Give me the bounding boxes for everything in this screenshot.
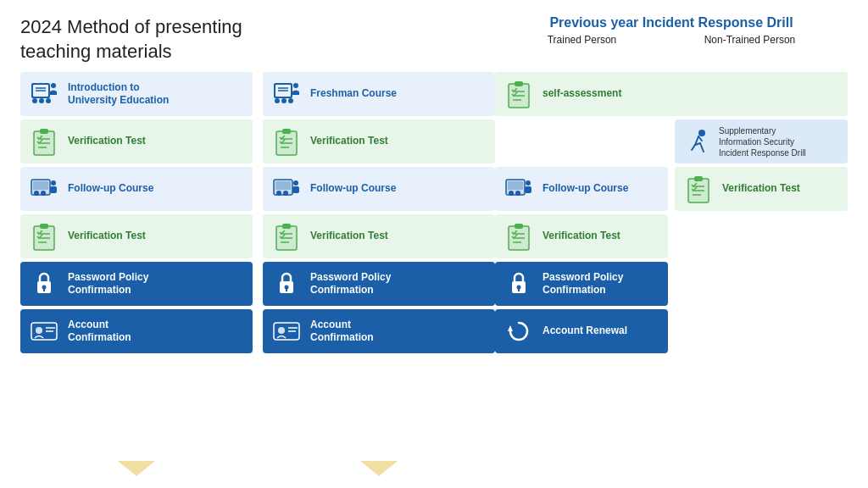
svg-point-5 <box>39 98 44 103</box>
content-area: Introduction toUniversity Education <box>20 72 848 456</box>
svg-point-65 <box>278 327 285 334</box>
non-trained-label: Non-Trained Person <box>704 34 796 46</box>
trained-label: Trained Person <box>548 34 617 46</box>
supplementary-label: SupplementaryInformation SecurityInciden… <box>719 125 806 158</box>
svg-point-28 <box>42 286 47 290</box>
svg-point-39 <box>281 98 287 103</box>
account-confirm-1-label: AccountConfirmation <box>68 319 131 345</box>
verif-test-2-card: Verification Test <box>20 214 253 258</box>
right-subtitles: Trained Person Non-Trained Person <box>495 34 848 46</box>
svg-rect-44 <box>282 129 291 134</box>
svg-rect-94 <box>694 176 703 181</box>
svg-rect-20 <box>50 186 57 193</box>
rt-verif-card: Verification Test <box>495 214 668 258</box>
freshman-course-card: Freshman Course <box>263 72 495 116</box>
trained-column: Follow-up Course <box>495 119 668 456</box>
rn-clipboard-icon <box>683 174 714 204</box>
verif-test-3-label: Verification Test <box>310 135 388 148</box>
arrow-row <box>20 461 495 480</box>
rn-verif-label: Verification Test <box>722 182 800 196</box>
svg-point-31 <box>36 327 42 334</box>
arrow-col-1 <box>20 461 253 480</box>
password-policy-1-card: Password PolicyConfirmation <box>20 262 253 306</box>
svg-point-62 <box>285 286 289 290</box>
rt-password-card: Password PolicyConfirmation <box>495 262 668 306</box>
non-trained-column: SupplementaryInformation SecurityInciden… <box>675 119 848 456</box>
svg-point-7 <box>51 83 56 88</box>
supplementary-icon <box>682 126 712 157</box>
followup-course-1-label: Follow-up Course <box>68 182 153 196</box>
svg-point-38 <box>275 98 280 103</box>
verif-test-1-label: Verification Test <box>68 135 146 148</box>
rt-password-label: Password PolicyConfirmation <box>542 271 623 297</box>
arrow-down-2 <box>360 461 398 476</box>
account-confirm-1-card: AccountConfirmation <box>20 309 253 353</box>
clipboard-icon-3 <box>271 126 302 157</box>
freshman-icon <box>271 79 302 109</box>
password-policy-2-label: Password PolicyConfirmation <box>310 271 391 297</box>
account-confirm-2-label: AccountConfirmation <box>310 319 374 345</box>
followup-icon-1 <box>29 174 59 204</box>
svg-point-4 <box>32 98 37 103</box>
self-assessment-card: self-assessment <box>495 72 848 116</box>
rt-followup-label: Follow-up Course <box>542 182 628 196</box>
course-icon <box>29 79 59 109</box>
arrow-col-2 <box>263 461 495 480</box>
page-title: 2024 Method of presenting teaching mater… <box>20 15 292 64</box>
followup-course-2-card: Follow-up Course <box>263 167 495 211</box>
svg-rect-50 <box>275 181 291 190</box>
svg-rect-16 <box>33 181 48 190</box>
svg-point-53 <box>293 180 298 186</box>
rt-followup-icon <box>504 174 534 204</box>
arrow-down-1 <box>118 461 155 476</box>
svg-point-17 <box>34 191 39 196</box>
rt-lock-icon <box>504 269 534 299</box>
verif-test-2-label: Verification Test <box>68 230 146 243</box>
clipboard-icon-1 <box>29 126 59 157</box>
right-section: self-assessment <box>495 72 848 456</box>
self-assessment-label: self-assessment <box>542 87 621 101</box>
svg-point-41 <box>293 83 298 88</box>
right-columns: Follow-up Course <box>495 119 848 456</box>
followup-icon-2 <box>271 174 302 204</box>
rt-renewal-label: Account Renewal <box>542 324 627 338</box>
verif-test-3-card: Verification Test <box>263 119 495 164</box>
svg-point-19 <box>51 180 56 186</box>
self-assessment-icon <box>504 79 534 109</box>
svg-rect-23 <box>40 224 48 229</box>
rn-verif-card: Verification Test <box>675 167 848 211</box>
intro-course-label: Introduction toUniversity Education <box>68 81 169 108</box>
svg-point-40 <box>288 98 293 103</box>
lock-icon-1 <box>29 269 59 299</box>
svg-point-77 <box>509 191 514 196</box>
intro-course-card: Introduction toUniversity Education <box>20 72 253 116</box>
password-policy-2-card: Password PolicyConfirmation <box>263 262 495 306</box>
rt-verif-label: Verification Test <box>542 230 620 243</box>
clipboard-icon-4 <box>271 221 302 252</box>
rt-followup-card: Follow-up Course <box>495 167 668 211</box>
svg-point-79 <box>526 180 531 186</box>
svg-rect-80 <box>525 186 531 193</box>
left-section: Introduction toUniversity Education <box>20 72 495 456</box>
right-section-title: Previous year Incident Response Drill <box>495 15 848 30</box>
svg-point-51 <box>276 191 281 196</box>
verif-test-1-card: Verification Test <box>20 119 253 164</box>
id-icon-1 <box>29 316 59 347</box>
svg-point-78 <box>515 191 520 196</box>
svg-point-6 <box>46 98 51 103</box>
svg-rect-76 <box>508 181 523 190</box>
rt-clipboard-icon <box>504 221 534 252</box>
verif-test-4-card: Verification Test <box>263 214 495 258</box>
verif-test-4-label: Verification Test <box>310 230 388 243</box>
svg-point-18 <box>41 191 46 196</box>
supplementary-card: SupplementaryInformation SecurityInciden… <box>675 119 848 164</box>
svg-point-52 <box>283 191 288 196</box>
svg-marker-90 <box>508 325 513 331</box>
followup-course-1-card: Follow-up Course <box>20 167 253 211</box>
svg-rect-57 <box>282 224 291 229</box>
freshman-course-label: Freshman Course <box>310 87 397 101</box>
column-2: Freshman Course <box>263 72 495 456</box>
account-confirm-2-card: AccountConfirmation <box>263 309 495 353</box>
svg-rect-54 <box>292 186 299 193</box>
column-1: Introduction toUniversity Education <box>20 72 253 456</box>
